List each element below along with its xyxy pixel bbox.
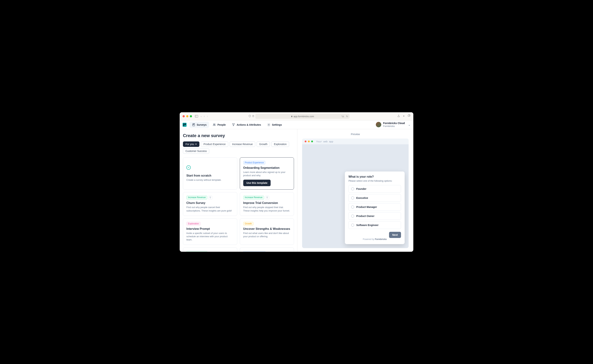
sidebar-toggle[interactable]: ⌄: [195, 115, 202, 117]
page-title: Create a new survey: [183, 133, 294, 138]
category-tag: Growth: [243, 222, 254, 226]
option-founder[interactable]: Founder: [348, 185, 401, 193]
option-product-manager[interactable]: Product Manager: [348, 203, 401, 211]
filter-increase-revenue[interactable]: Increase Revenue: [230, 141, 255, 147]
template-card-interview-prompt[interactable]: ExplorationInterview PromptInvite a spec…: [183, 218, 237, 245]
user-title: Formbricks Cloud: [383, 122, 405, 125]
templates-panel: Create a new survey For you✦Product Expe…: [180, 129, 297, 252]
nav-actions[interactable]: Actions & Attributes: [229, 122, 264, 128]
minimize-dot[interactable]: [186, 115, 188, 117]
filter-icon: [232, 123, 235, 126]
new-tab-icon[interactable]: +: [403, 114, 405, 118]
preview-panel: Preview Your web app What is your role? …: [297, 129, 413, 252]
gear-icon: [267, 123, 270, 126]
nav-surveys[interactable]: Surveys: [189, 122, 209, 128]
filter-exploration[interactable]: Exploration: [271, 141, 289, 147]
template-card-onboarding-segmentation[interactable]: Product ExperienceOnboarding Segmentatio…: [240, 157, 294, 190]
funnel-icon: [265, 195, 269, 200]
option-executive[interactable]: Executive: [348, 194, 401, 202]
nav-settings[interactable]: Settings: [265, 122, 284, 128]
next-button[interactable]: Next: [389, 232, 401, 238]
maximize-dot[interactable]: [190, 115, 192, 117]
nav-people[interactable]: People: [210, 122, 228, 128]
category-tag: Increase Revenue: [243, 195, 264, 200]
funnel-icon: [208, 195, 212, 200]
back-button[interactable]: ‹: [204, 115, 205, 118]
template-card-churn-survey[interactable]: Increase RevenueChurn SurveyFind out why…: [183, 192, 237, 216]
survey-widget: What is your role? Please select one of …: [345, 171, 405, 244]
forward-button: ›: [207, 115, 208, 118]
radio-icon: [351, 224, 354, 227]
preview-close-dot: [305, 141, 306, 142]
powered-by: Powered by Formbricks: [348, 238, 401, 240]
category-tag: Product Experience: [243, 161, 266, 164]
app-navbar: Surveys People Actions & Attributes Sett…: [180, 120, 413, 129]
svg-rect-5: [408, 115, 410, 117]
radio-icon: [351, 214, 354, 217]
category-tag: Increase Revenue: [186, 195, 207, 200]
preview-label: Preview: [302, 133, 409, 136]
refresh-icon[interactable]: ᴬあ: [341, 115, 344, 118]
filter-bar: For you✦Product ExperienceIncrease Reven…: [183, 141, 294, 154]
close-dot[interactable]: [182, 115, 185, 117]
avatar: [376, 122, 381, 127]
shield-icon[interactable]: [248, 115, 251, 118]
reload-icon[interactable]: ↻: [346, 115, 348, 118]
preview-max-dot: [311, 141, 313, 142]
reader-icon[interactable]: [252, 115, 254, 118]
filter-customer-success[interactable]: Customer Success: [183, 148, 209, 154]
template-card-improve-trial-conversion[interactable]: Increase RevenueImprove Trial Conversion…: [240, 192, 294, 216]
survey-subtitle: Please select one of the following optio…: [348, 179, 401, 182]
browser-titlebar: ⌄ ‹ › app.formbricks.com ᴬあ ↻ +: [180, 112, 413, 120]
survey-question: What is your role?: [348, 175, 401, 178]
lock-icon: [291, 115, 293, 118]
option-product-owner[interactable]: Product Owner: [348, 212, 401, 220]
svg-rect-0: [195, 115, 198, 117]
radio-icon: [351, 188, 354, 190]
filter-for-you[interactable]: For you✦: [183, 141, 199, 147]
category-tag: Product Experience: [243, 251, 266, 252]
survey-icon: [192, 123, 195, 126]
svg-point-8: [215, 124, 215, 125]
people-icon: [213, 123, 216, 126]
url-text: app.formbricks.com: [293, 115, 314, 118]
user-subtitle: Formbricks: [383, 125, 405, 128]
preview-titlebar: Your web app: [302, 138, 409, 144]
category-tag: Exploration: [186, 222, 201, 226]
plus-icon: +: [186, 165, 191, 170]
preview-app-title: Your web app: [316, 140, 333, 143]
chevron-down-icon: ⌄: [408, 123, 411, 126]
user-menu[interactable]: Formbricks Cloud Formbricks ⌄: [376, 122, 411, 128]
address-bar[interactable]: app.formbricks.com ᴬあ ↻: [255, 114, 350, 119]
window-controls: [182, 115, 192, 117]
filter-product-experience[interactable]: Product Experience: [201, 141, 228, 147]
svg-point-7: [213, 124, 214, 125]
radio-icon: [351, 196, 354, 199]
option-software-engineer[interactable]: Software Engineer: [348, 221, 401, 229]
template-card-uncover-strengths-&-weaknesses[interactable]: GrowthUncover Strengths & WeaknessesFind…: [240, 218, 294, 245]
category-tag: Increase Revenue: [186, 251, 207, 252]
radio-icon: [351, 206, 354, 208]
preview-min-dot: [308, 141, 310, 142]
share-icon[interactable]: [397, 114, 400, 118]
preview-frame: Your web app What is your role? Please s…: [302, 138, 409, 248]
start-from-scratch-card[interactable]: +Start from scratchCreate a survey witho…: [183, 157, 237, 190]
tabs-icon[interactable]: [408, 114, 411, 118]
browser-window: ⌄ ‹ › app.formbricks.com ᴬあ ↻ +: [180, 112, 413, 252]
template-card-changing-subscription-experience[interactable]: Increase RevenueChanging subscription ex…: [183, 247, 237, 252]
filter-growth[interactable]: Growth: [257, 141, 270, 147]
template-card-identify-customer-goals[interactable]: Product ExperienceIdentify Customer Goal…: [240, 247, 294, 252]
use-template-button[interactable]: Use this template: [243, 180, 271, 186]
formbricks-logo[interactable]: [182, 123, 187, 127]
svg-point-9: [268, 124, 269, 125]
